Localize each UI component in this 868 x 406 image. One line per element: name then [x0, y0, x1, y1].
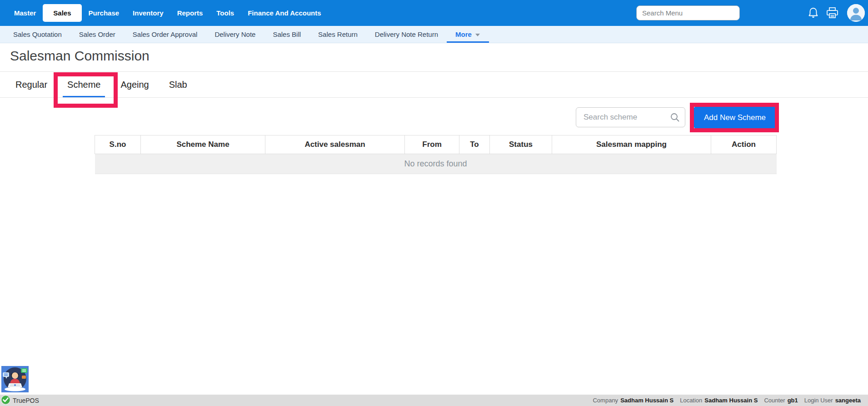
- topnav-item-finance-and-accounts[interactable]: Finance And Accounts: [241, 4, 328, 22]
- top-menu-bar: Master Sales Purchase Inventory Reports …: [0, 0, 868, 26]
- status-value: gb1: [788, 397, 798, 404]
- table-header-row: S.no Scheme Name Active salesman From To…: [95, 135, 777, 154]
- session-info: Company Sadham Hussain S Location Sadham…: [593, 397, 861, 404]
- topnav-item-master[interactable]: Master: [7, 4, 43, 22]
- subnav-item-sales-order-approval[interactable]: Sales Order Approval: [124, 26, 206, 43]
- status-field-login-user: Login User sangeeta: [804, 397, 861, 404]
- status-field-location: Location Sadham Hussain S: [680, 397, 758, 404]
- subnav-item-sales-quotation[interactable]: Sales Quotation: [5, 26, 70, 43]
- col-header-active-salesman: Active salesman: [265, 135, 405, 154]
- tab-slab[interactable]: Slab: [159, 72, 197, 97]
- subnav-item-delivery-note-return[interactable]: Delivery Note Return: [366, 26, 447, 43]
- sales-subnav: Sales Quotation Sales Order Sales Order …: [0, 26, 868, 43]
- col-header-from: From: [405, 135, 459, 154]
- add-new-scheme-button[interactable]: Add New Scheme: [694, 107, 776, 128]
- col-header-scheme-name: Scheme Name: [141, 135, 265, 154]
- brand-label: TruePOS: [13, 397, 39, 404]
- topnav-item-purchase[interactable]: Purchase: [82, 4, 126, 22]
- caret-down-icon: [475, 30, 480, 38]
- menu-search-input[interactable]: [636, 5, 740, 20]
- status-field-counter: Counter gb1: [764, 397, 798, 404]
- empty-row: No records found: [95, 154, 777, 174]
- subnav-item-sales-return[interactable]: Sales Return: [309, 26, 366, 43]
- col-header-salesman-mapping: Salesman mapping: [552, 135, 711, 154]
- status-value: Sadham Hussain S: [620, 397, 673, 404]
- subnav-item-delivery-note[interactable]: Delivery Note: [206, 26, 264, 43]
- commission-tabstrip: Regular Scheme Ageing Slab: [0, 71, 868, 98]
- status-label: Counter: [764, 397, 785, 404]
- subnav-item-sales-order[interactable]: Sales Order: [70, 26, 124, 43]
- subnav-item-more[interactable]: More: [447, 26, 489, 43]
- status-value: Sadham Hussain S: [704, 397, 758, 404]
- scheme-table: S.no Scheme Name Active salesman From To…: [95, 135, 777, 174]
- bell-icon[interactable]: [808, 7, 819, 19]
- col-header-to: To: [459, 135, 490, 154]
- status-field-company: Company Sadham Hussain S: [593, 397, 673, 404]
- topnav-item-reports[interactable]: Reports: [170, 4, 210, 22]
- tab-regular[interactable]: Regular: [5, 72, 57, 97]
- brand: TruePOS: [1, 395, 39, 406]
- topnav-item-inventory[interactable]: Inventory: [126, 4, 170, 22]
- green-check-icon: [1, 395, 10, 406]
- tab-ageing[interactable]: Ageing: [110, 72, 159, 97]
- page-title: Salesman Commission: [10, 48, 150, 64]
- magnifier-icon: [670, 112, 680, 124]
- no-records-message: No records found: [95, 154, 777, 174]
- status-label: Login User: [804, 397, 833, 404]
- scheme-search-input[interactable]: [576, 107, 685, 127]
- status-value: sangeeta: [835, 397, 861, 404]
- more-label: More: [455, 30, 472, 38]
- printer-icon[interactable]: [826, 7, 838, 19]
- col-header-sno: S.no: [95, 135, 141, 154]
- support-chat-icon[interactable]: [1, 366, 29, 392]
- scheme-search-wrap: [576, 107, 685, 127]
- tab-scheme[interactable]: Scheme: [57, 72, 110, 97]
- topnav-item-sales[interactable]: Sales: [43, 4, 81, 22]
- status-bar: TruePOS Company Sadham Hussain S Locatio…: [0, 395, 868, 406]
- col-header-action: Action: [711, 135, 777, 154]
- col-header-status: Status: [490, 135, 552, 154]
- topnav-item-tools[interactable]: Tools: [210, 4, 241, 22]
- status-label: Company: [593, 397, 618, 404]
- main-nav: Master Sales Purchase Inventory Reports …: [7, 4, 328, 22]
- subnav-item-sales-bill[interactable]: Sales Bill: [264, 26, 309, 43]
- status-label: Location: [680, 397, 702, 404]
- user-avatar-icon[interactable]: [847, 4, 865, 22]
